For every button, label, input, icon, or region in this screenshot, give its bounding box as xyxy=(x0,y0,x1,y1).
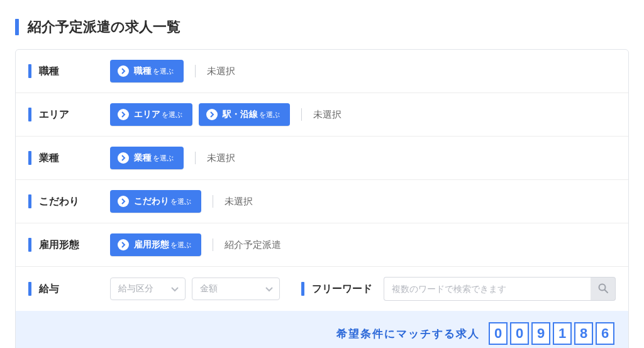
accent-bar xyxy=(28,108,31,121)
row-label: 業種 xyxy=(28,151,110,165)
row-feature: こだわり こだわり を選ぶ 未選択 xyxy=(16,180,628,223)
vertical-divider xyxy=(195,152,196,164)
select-area-button[interactable]: エリア を選ぶ xyxy=(110,103,192,126)
freeword-input-group xyxy=(384,277,616,301)
label-text: 業種 xyxy=(39,152,59,165)
arrow-circle-icon xyxy=(206,109,218,120)
chevron-down-icon xyxy=(265,284,273,294)
salary-amount-dropdown[interactable]: 金額 xyxy=(192,278,280,300)
button-main-text: こだわり xyxy=(134,196,169,207)
digit: 9 xyxy=(531,322,550,345)
button-main-text: 職種 xyxy=(134,65,152,77)
button-suffix-text: を選ぶ xyxy=(170,197,191,206)
select-industry-button[interactable]: 業種 を選ぶ xyxy=(110,147,184,169)
label-text: 給与 xyxy=(39,283,59,296)
label-text: 雇用形態 xyxy=(39,239,79,252)
vertical-divider xyxy=(301,108,302,121)
row-salary-freeword: 給与 給与区分 金額 フリーワード xyxy=(16,267,628,311)
row-label-freeword: フリーワード xyxy=(301,282,372,296)
accent-bar xyxy=(28,64,31,78)
page-title: 紹介予定派遣の求人一覧 xyxy=(15,18,634,36)
button-main-text: 業種 xyxy=(134,152,152,164)
match-count-digits: 0 0 9 1 8 6 xyxy=(489,322,614,345)
row-label: エリア xyxy=(28,108,110,121)
arrow-circle-icon xyxy=(118,196,129,207)
digit: 0 xyxy=(510,322,529,345)
vertical-divider xyxy=(213,239,213,251)
arrow-circle-icon xyxy=(118,109,129,120)
selected-value: 未選択 xyxy=(225,196,253,208)
row-label: こだわり xyxy=(28,194,110,208)
digit: 8 xyxy=(574,322,593,345)
accent-bar xyxy=(301,282,304,296)
accent-bar xyxy=(28,194,31,208)
select-job-type-button[interactable]: 職種 を選ぶ xyxy=(110,60,184,82)
accent-bar xyxy=(28,238,31,252)
selected-value: 未選択 xyxy=(207,152,235,164)
arrow-circle-icon xyxy=(118,239,129,250)
row-area: エリア エリア を選ぶ 駅・沿線 を選ぶ 未選択 xyxy=(16,93,628,137)
row-employment: 雇用形態 雇用形態 を選ぶ 紹介予定派遣 xyxy=(16,223,628,267)
button-main-text: エリア xyxy=(134,109,160,120)
match-count-footer: 希望条件にマッチする求人 0 0 9 1 8 6 xyxy=(16,311,628,348)
select-feature-button[interactable]: こだわり を選ぶ xyxy=(110,190,201,213)
select-station-line-button[interactable]: 駅・沿線 を選ぶ xyxy=(199,103,290,126)
chevron-down-icon xyxy=(171,284,179,294)
row-job-type: 職種 職種 を選ぶ 未選択 xyxy=(16,50,628,93)
label-text: フリーワード xyxy=(312,283,372,296)
selected-value: 未選択 xyxy=(207,65,235,77)
match-count-label: 希望条件にマッチする求人 xyxy=(336,327,480,341)
arrow-circle-icon xyxy=(118,152,129,164)
button-suffix-text: を選ぶ xyxy=(162,110,182,120)
accent-bar xyxy=(15,19,19,35)
vertical-divider xyxy=(213,195,213,208)
button-suffix-text: を選ぶ xyxy=(259,110,280,120)
label-text: エリア xyxy=(39,108,69,121)
accent-bar xyxy=(28,282,31,296)
selected-value: 未選択 xyxy=(313,109,341,121)
digit: 1 xyxy=(553,322,572,345)
search-button[interactable] xyxy=(591,277,616,301)
accent-bar xyxy=(28,151,31,165)
select-employment-button[interactable]: 雇用形態 を選ぶ xyxy=(110,233,201,256)
page-title-text: 紹介予定派遣の求人一覧 xyxy=(28,18,180,36)
freeword-input[interactable] xyxy=(384,277,591,301)
search-panel: 職種 職種 を選ぶ 未選択 エリア エリア を選ぶ 駅・沿 xyxy=(15,49,629,348)
row-label-salary: 給与 xyxy=(28,282,110,296)
button-suffix-text: を選ぶ xyxy=(153,67,174,76)
label-text: 職種 xyxy=(39,65,59,78)
salary-type-dropdown[interactable]: 給与区分 xyxy=(110,278,186,300)
digit: 6 xyxy=(596,322,614,345)
button-main-text: 雇用形態 xyxy=(134,239,169,250)
arrow-circle-icon xyxy=(118,65,129,77)
button-suffix-text: を選ぶ xyxy=(170,240,191,250)
row-label: 職種 xyxy=(28,64,110,78)
svg-line-1 xyxy=(604,289,608,293)
dropdown-placeholder: 金額 xyxy=(200,283,218,295)
vertical-divider xyxy=(195,65,196,77)
digit: 0 xyxy=(489,322,508,345)
dropdown-placeholder: 給与区分 xyxy=(118,283,153,295)
row-industry: 業種 業種 を選ぶ 未選択 xyxy=(16,137,628,180)
button-main-text: 駅・沿線 xyxy=(223,109,258,120)
selected-value: 紹介予定派遣 xyxy=(225,239,281,251)
search-icon xyxy=(597,283,609,296)
row-label: 雇用形態 xyxy=(28,238,110,252)
label-text: こだわり xyxy=(39,195,79,208)
button-suffix-text: を選ぶ xyxy=(153,154,174,163)
